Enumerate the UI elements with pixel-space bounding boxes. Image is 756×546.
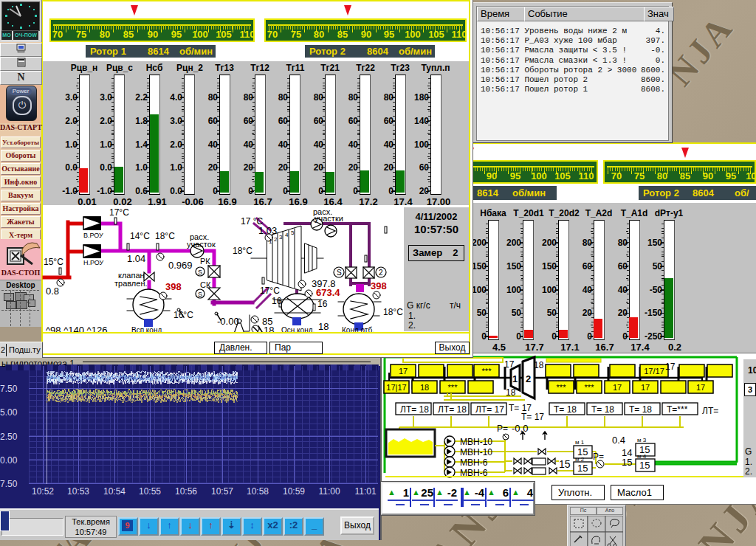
svg-text:16: 16: [272, 296, 282, 306]
svg-text:СК: СК: [200, 280, 211, 289]
svg-text:1: 1: [269, 238, 272, 245]
svg-text:м 1: м 1: [575, 439, 585, 446]
svg-text:Т= 18: Т= 18: [629, 404, 652, 415]
svg-text:398: 398: [165, 281, 182, 292]
svg-text:4: 4: [285, 232, 289, 238]
svg-text:травлен.: травлен.: [114, 279, 148, 288]
svg-text:Т= 18: Т= 18: [554, 404, 577, 415]
svg-text:2: 2: [526, 373, 531, 384]
svg-text:17: 17: [399, 367, 408, 376]
svg-text:1.04: 1.04: [127, 253, 145, 264]
svg-text:18: 18: [318, 321, 329, 332]
svg-text:м 4: м 4: [637, 453, 647, 460]
svg-text:S: S: [198, 291, 202, 298]
svg-text:S: S: [337, 269, 342, 277]
svg-text:2: 2: [274, 236, 278, 243]
svg-text:398: 398: [371, 280, 387, 291]
svg-text:17°C: 17°C: [260, 286, 280, 296]
svg-text:15: 15: [639, 460, 650, 471]
svg-text:16°C: 16°C: [173, 310, 193, 320]
svg-text:Т= 18: Т= 18: [591, 404, 614, 415]
svg-text:17: 17: [696, 383, 705, 392]
svg-text:17/17: 17/17: [644, 367, 664, 376]
svg-text:***: ***: [448, 383, 458, 392]
svg-text:18: 18: [420, 383, 429, 392]
svg-text:***: ***: [482, 367, 492, 376]
svg-text:17|17: 17|17: [386, 383, 406, 392]
svg-text:1.03: 1.03: [258, 225, 277, 236]
svg-text:18°C: 18°C: [383, 307, 403, 317]
svg-text:МВН-6: МВН-6: [460, 457, 488, 468]
svg-text:S: S: [198, 269, 202, 276]
svg-text:0.8: 0.8: [46, 286, 59, 297]
svg-text:Р=: Р=: [497, 424, 508, 434]
svg-text:***: ***: [557, 383, 567, 392]
svg-text:***: ***: [585, 383, 595, 392]
svg-text:-0.0: -0.0: [512, 423, 528, 434]
svg-text:15: 15: [622, 457, 632, 468]
svg-text:3: 3: [279, 234, 283, 241]
svg-text:15: 15: [559, 458, 571, 470]
svg-text:16: 16: [317, 299, 328, 309]
svg-text:-0.00: -0.00: [217, 316, 239, 327]
svg-text:18°C: 18°C: [155, 231, 175, 241]
svg-text:17: 17: [613, 383, 622, 392]
svg-text:ЛТ= 18: ЛТ= 18: [400, 404, 429, 415]
svg-text:15°C: 15°C: [44, 257, 63, 267]
svg-text:0.969: 0.969: [168, 260, 193, 271]
svg-text:МВН-10: МВН-10: [460, 447, 492, 457]
svg-text:В.РОУ: В.РОУ: [83, 232, 103, 239]
svg-text:17°C: 17°C: [109, 207, 129, 218]
svg-text:17: 17: [641, 383, 650, 392]
svg-text:МВН-10: МВН-10: [460, 437, 492, 447]
svg-text:2: 2: [379, 269, 383, 277]
svg-text:участок: участок: [187, 240, 216, 249]
svg-text:м 3: м 3: [637, 437, 647, 443]
svg-text:15: 15: [577, 463, 588, 474]
svg-text:Т= 17: Т= 17: [521, 412, 544, 422]
svg-text:м 2: м 2: [575, 456, 585, 463]
svg-text:5: 5: [291, 229, 295, 236]
svg-text:участки: участки: [315, 214, 343, 223]
svg-text:0.4: 0.4: [612, 435, 625, 446]
svg-text:14°C: 14°C: [130, 231, 150, 241]
svg-text:ЛТ= 17: ЛТ= 17: [475, 404, 504, 415]
svg-text:673.4: 673.4: [316, 287, 340, 298]
svg-text:17: 17: [504, 359, 515, 370]
svg-text:РК: РК: [200, 257, 210, 266]
svg-text:1: 1: [512, 373, 518, 384]
svg-text:18: 18: [534, 360, 544, 370]
svg-text:17: 17: [665, 362, 676, 372]
svg-text:Р=: Р=: [593, 452, 604, 462]
svg-text:Т=***: Т=***: [667, 404, 688, 415]
svg-text:ЛТ= 18: ЛТ= 18: [438, 404, 467, 415]
svg-text:ЛТ=: ЛТ=: [702, 406, 718, 416]
svg-text:18°C: 18°C: [233, 246, 252, 256]
svg-text:Н.РОУ: Н.РОУ: [83, 259, 104, 266]
